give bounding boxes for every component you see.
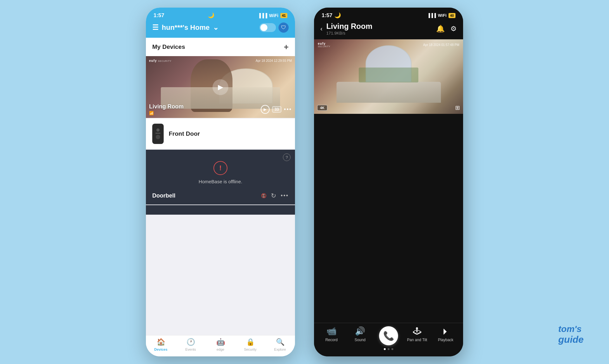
edge-nav-icon: 🤖: [216, 338, 225, 346]
camera-overlay-bottom: Living Room 📶 ▶ 33 •••: [149, 103, 292, 115]
living-room-title: Living Room: [326, 22, 436, 31]
homebase-name: Doorbell: [152, 192, 175, 199]
error-icon: !: [213, 161, 227, 175]
nav-item-record[interactable]: 📹 Record: [320, 326, 343, 342]
status-icons-left: ▐▐▐ WiFi 41: [258, 13, 287, 18]
nav-item-explore[interactable]: 🔍 Explore: [269, 338, 291, 351]
shield-icon[interactable]: 🛡: [278, 23, 289, 33]
wifi-icon: WiFi: [269, 13, 278, 18]
header-icons-left: 🛡: [259, 23, 289, 33]
eufy-logo-right: eufy SECURITY: [318, 42, 330, 48]
bottom-nav-right: 📹 Record 🔊 Sound 📞: [314, 323, 463, 356]
security-nav-label: Security: [244, 348, 257, 351]
header-title-left[interactable]: ☰ hun***'s Home ⌄: [152, 23, 219, 32]
phone-right: 1:57 🌙 ▐▐▐ WiFi 40 ‹ Living Room 171.9KB…: [314, 8, 463, 356]
wifi-off-icon: 📵: [261, 193, 266, 198]
events-nav-label: Events: [185, 348, 196, 351]
playback-icon: ⏵: [442, 326, 450, 336]
help-icon[interactable]: ?: [283, 153, 291, 161]
chevron-down-icon[interactable]: ⌄: [213, 23, 219, 32]
events-nav-icon: 🕐: [187, 338, 195, 346]
nav-dot-1: [384, 348, 386, 350]
more-options-homebase-icon[interactable]: •••: [281, 192, 289, 199]
my-devices-title: My Devices: [152, 43, 185, 50]
bell-icon[interactable]: 🔔: [436, 25, 445, 33]
nav-item-events[interactable]: 🕐 Events: [180, 338, 202, 351]
nav-item-call[interactable]: 📞: [377, 326, 400, 350]
camera-card[interactable]: eufy SECURITY Apr 18 2024 12:29:55 PM ▶ …: [146, 56, 295, 118]
wifi-indicator-icon: 📶: [149, 111, 184, 115]
header-info-right: Living Room 171.9KB/s: [326, 22, 436, 36]
pan-tilt-icon: 🕹: [413, 326, 421, 336]
home-name: hun***'s Home: [162, 23, 210, 32]
nav-item-devices[interactable]: 🏠 Devices: [150, 338, 172, 351]
camera-bottom-right: 4K ⊞: [317, 104, 460, 111]
devices-nav-icon: 🏠: [157, 338, 165, 346]
more-options-icon[interactable]: •••: [284, 106, 292, 113]
record-label: Record: [325, 338, 338, 342]
nav-dots: [384, 348, 393, 350]
header-bar-right: ‹ Living Room 171.9KB/s 🔔 ⚙: [314, 19, 463, 39]
homebase-footer: Doorbell 📵 ↻ •••: [152, 192, 289, 199]
bottom-nav-left: 🏠 Devices 🕐 Events 🤖 edge 🔒 Security 🔍 E…: [146, 335, 295, 356]
camera-view-right: eufy SECURITY Apr 18 2024 01:57:48 PM 4K…: [314, 39, 463, 114]
nav-items-row-right: 📹 Record 🔊 Sound 📞: [314, 326, 463, 350]
security-nav-icon: 🔒: [246, 338, 255, 346]
nav-dot-3: [391, 348, 393, 350]
back-button[interactable]: ‹: [320, 25, 323, 32]
status-bar-right: 1:57 🌙 ▐▐▐ WiFi 40: [314, 8, 463, 19]
edge-nav-label: edge: [217, 348, 224, 351]
explore-nav-label: Explore: [274, 348, 286, 351]
refresh-icon[interactable]: ↻: [271, 192, 276, 199]
nav-item-sound[interactable]: 🔊 Sound: [349, 326, 371, 342]
front-door-thumbnail: [152, 124, 164, 144]
moon-icon: 🌙: [208, 12, 214, 19]
eufy-sub-left: SECURITY: [158, 60, 172, 62]
playback-icon-left[interactable]: ▶: [261, 105, 270, 114]
eufy-brand-right: eufy: [318, 42, 330, 45]
front-door-name: Front Door: [169, 130, 200, 137]
wifi-camera-icon: Living Room 📶: [149, 103, 184, 115]
eufy-logo-left: eufy SECURITY: [149, 59, 172, 62]
data-rate: 171.9KB/s: [326, 31, 436, 36]
time-left: 1:57: [154, 12, 164, 19]
camera-overlay-right-top: eufy SECURITY Apr 18 2024 01:57:48 PM: [318, 42, 459, 48]
menu-icon[interactable]: ☰: [152, 23, 159, 32]
event-count-badge[interactable]: 33: [272, 106, 281, 113]
wifi-icon-right: WiFi: [438, 13, 446, 18]
camera-overlay-top: eufy SECURITY Apr 18 2024 12:29:55 PM: [149, 59, 292, 62]
status-bar-left: 1:57 🌙 ▐▐▐ WiFi 41: [146, 8, 295, 19]
signal-icon: ▐▐▐: [258, 13, 267, 18]
settings-icon[interactable]: ⚙: [450, 25, 457, 33]
play-button-left[interactable]: ▶: [213, 79, 228, 95]
resolution-badge: 4K: [317, 105, 327, 111]
phones-container: 1:57 🌙 ▐▐▐ WiFi 41 ☰ hun***'s Home ⌄ 🛡: [146, 8, 463, 356]
explore-nav-icon: 🔍: [276, 338, 285, 346]
nav-item-edge[interactable]: 🤖 edge: [209, 338, 232, 351]
nav-item-playback[interactable]: ⏵ Playback: [435, 326, 457, 342]
add-device-button[interactable]: +: [284, 43, 289, 51]
grid-view-icon[interactable]: ⊞: [455, 104, 460, 111]
content-left: My Devices + eufy SECURITY Apr 18 2024 1…: [146, 38, 295, 356]
sound-icon: 🔊: [355, 326, 365, 336]
camera-feed-right: [314, 39, 463, 114]
playback-label: Playback: [438, 338, 454, 342]
signal-icon-right: ▐▐▐: [427, 13, 436, 18]
eufy-sub-right: SECURITY: [318, 45, 330, 48]
phone-left: 1:57 🌙 ▐▐▐ WiFi 41 ☰ hun***'s Home ⌄ 🛡: [146, 8, 295, 356]
record-icon: 📹: [326, 326, 337, 336]
toggle-pill[interactable]: [259, 23, 276, 32]
front-door-card[interactable]: Front Door: [146, 119, 295, 149]
header-action-icons: 🔔 ⚙: [436, 25, 457, 33]
moon-icon-right: 🌙: [334, 12, 341, 19]
camera-bottom-icons: ▶ 33 •••: [261, 105, 292, 114]
nav-item-security[interactable]: 🔒 Security: [239, 338, 261, 351]
call-button[interactable]: 📞: [379, 326, 398, 345]
phone-icon: 📞: [383, 331, 394, 341]
nav-item-pan-tilt[interactable]: 🕹 Pan and Tilt: [406, 326, 428, 342]
partial-card: [146, 205, 295, 215]
toms-guide-watermark: tom'sguide: [558, 324, 584, 345]
camera-timestamp-right: Apr 18 2024 01:57:48 PM: [423, 43, 459, 47]
devices-nav-label: Devices: [154, 348, 167, 351]
battery-badge-left: 41: [280, 13, 287, 18]
